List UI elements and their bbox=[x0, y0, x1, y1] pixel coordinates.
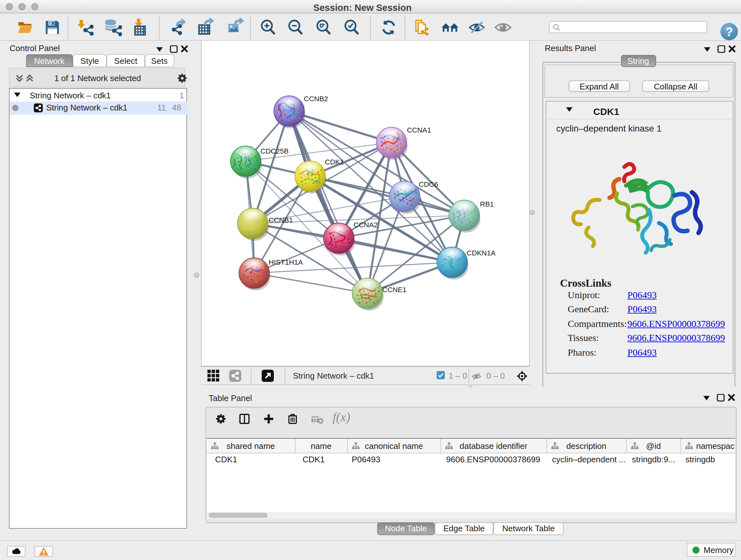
svg-text:CDC25B: CDC25B bbox=[260, 147, 288, 155]
svg-text:?: ? bbox=[725, 25, 732, 38]
svg-text:CDKN1A: CDKN1A bbox=[467, 249, 495, 257]
svg-text:CCNE1: CCNE1 bbox=[382, 286, 407, 294]
svg-text:CCNB2: CCNB2 bbox=[304, 95, 328, 103]
svg-text:CDK1: CDK1 bbox=[325, 158, 344, 166]
svg-text:RB1: RB1 bbox=[480, 200, 494, 208]
svg-text:CCNB1: CCNB1 bbox=[269, 216, 293, 224]
svg-text:HIST1H1A: HIST1H1A bbox=[269, 258, 303, 266]
svg-text:CDC6: CDC6 bbox=[419, 180, 438, 188]
svg-text:CCNA1: CCNA1 bbox=[407, 126, 431, 134]
svg-text:CCNA2: CCNA2 bbox=[354, 221, 378, 229]
